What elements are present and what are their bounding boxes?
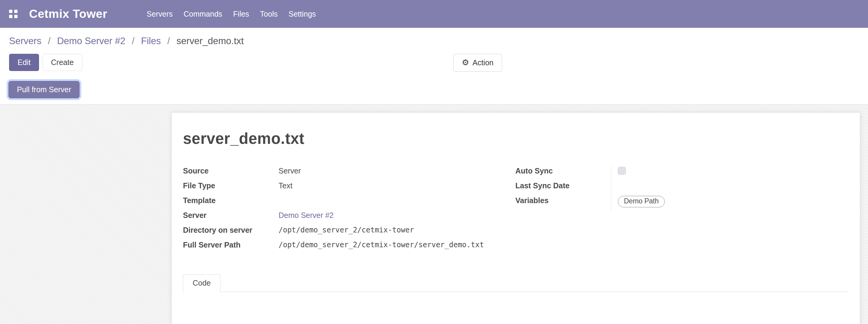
apps-grid-square [14,10,18,13]
field-label: Last Sync Date [515,181,611,190]
field-column-left: Source Server File Type Text Template Se… [183,166,515,255]
field-template: Template [183,196,515,210]
button-row: Edit Create ⚙ Action [9,54,868,71]
menu-commands[interactable]: Commands [178,0,228,28]
menu-settings[interactable]: Settings [283,0,321,28]
edit-button[interactable]: Edit [9,54,39,71]
breadcrumb-current: server_demo.txt [177,36,244,46]
field-value [611,181,848,196]
field-file-type: File Type Text [183,181,515,196]
breadcrumb-separator: / [48,36,51,46]
top-navbar: Cetmix Tower Servers Commands Files Tool… [0,0,868,28]
breadcrumb: Servers / Demo Server #2 / Files / serve… [0,28,868,46]
field-label: File Type [183,181,279,190]
page-title: server_demo.txt [183,130,848,148]
menu-files[interactable]: Files [228,0,255,28]
action-button-label: Action [472,59,493,66]
field-last-sync-date: Last Sync Date [515,181,848,196]
field-label: Source [183,166,279,175]
form-view-background: server_demo.txt Source Server File Type … [0,104,868,324]
field-value: /opt/demo_server_2/cetmix-tower/server_d… [279,240,484,249]
field-value: Demo Server #2 [279,210,334,220]
field-label: Directory on server [183,225,279,234]
app-brand[interactable]: Cetmix Tower [29,7,107,21]
field-value: /opt/demo_server_2/cetmix-tower [279,225,414,234]
breadcrumb-files[interactable]: Files [141,36,161,46]
field-value: Server [279,166,301,175]
apps-grid-square [9,10,12,13]
field-value: Demo Path [611,196,848,210]
menu-tools[interactable]: Tools [255,0,283,28]
field-value: Text [279,181,292,190]
breadcrumb-separator: / [167,36,170,46]
variable-tag-demo-path: Demo Path [618,196,665,207]
field-source: Source Server [183,166,515,181]
breadcrumb-separator: / [132,36,134,46]
action-button[interactable]: ⚙ Action [453,54,502,72]
field-directory-on-server: Directory on server /opt/demo_server_2/c… [183,225,515,240]
field-label: Auto Sync [515,166,611,175]
field-label: Server [183,210,279,220]
apps-grid-square [14,15,18,18]
breadcrumb-demo-server-2[interactable]: Demo Server #2 [57,36,125,46]
field-label: Full Server Path [183,240,279,249]
main-menu: Servers Commands Files Tools Settings [141,0,321,28]
apps-grid-icon[interactable] [9,10,18,18]
field-full-server-path: Full Server Path /opt/demo_server_2/cetm… [183,240,515,255]
gear-icon: ⚙ [462,59,469,67]
menu-servers[interactable]: Servers [141,0,178,28]
field-variables: Variables Demo Path [515,196,848,210]
server-link[interactable]: Demo Server #2 [279,211,334,220]
create-button[interactable]: Create [43,54,82,71]
form-sheet: server_demo.txt Source Server File Type … [172,112,860,324]
code-tab-content [183,292,848,324]
notebook-tabs: Code [183,274,848,292]
auto-sync-checkbox[interactable] [618,167,626,175]
breadcrumb-servers[interactable]: Servers [9,36,41,46]
field-grid: Source Server File Type Text Template Se… [183,166,848,255]
field-column-right: Auto Sync Last Sync Date Variables Demo … [515,166,848,255]
field-server: Server Demo Server #2 [183,210,515,225]
apps-grid-square [9,15,12,18]
pull-row: Pull from Server [8,81,868,98]
field-label: Variables [515,196,611,205]
pull-from-server-button[interactable]: Pull from Server [8,81,80,98]
field-label: Template [183,196,279,205]
control-panel: Servers / Demo Server #2 / Files / serve… [0,28,868,104]
tab-code[interactable]: Code [183,274,220,292]
field-auto-sync: Auto Sync [515,166,848,181]
field-value [611,166,848,181]
